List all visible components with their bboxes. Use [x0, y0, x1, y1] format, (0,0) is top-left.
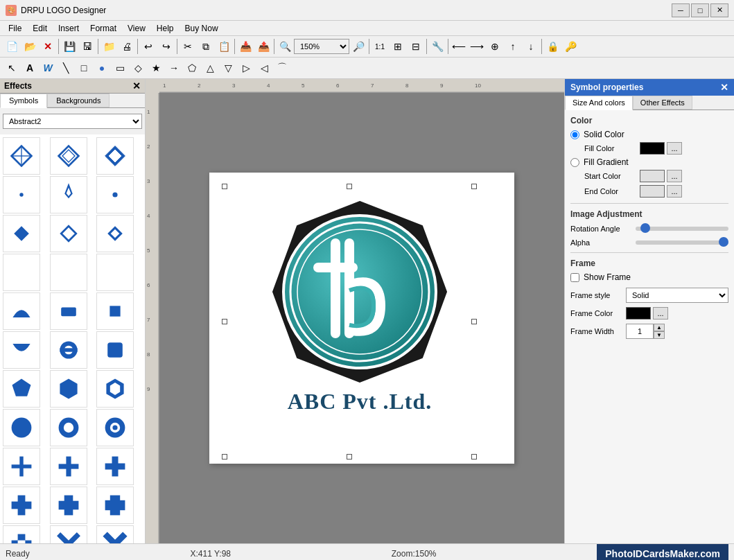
- start-color-button[interactable]: ...: [667, 170, 682, 182]
- triangle-tool[interactable]: △: [202, 60, 218, 76]
- menu-format[interactable]: Format: [85, 22, 122, 35]
- wordart-tool[interactable]: W: [40, 60, 56, 76]
- menu-view[interactable]: View: [122, 22, 151, 35]
- canvas-page[interactable]: ABC Pvt .Ltd.: [209, 173, 514, 464]
- save-as-button[interactable]: 🖫: [79, 38, 96, 55]
- star-tool[interactable]: ★: [148, 60, 164, 76]
- symbol-cell[interactable]: [50, 448, 87, 485]
- down-triangle-tool[interactable]: ▽: [220, 60, 236, 76]
- align-bottom-button[interactable]: ↓: [523, 38, 539, 55]
- symbol-cell[interactable]: [50, 292, 87, 330]
- symbol-cell[interactable]: [3, 487, 40, 524]
- rotation-track[interactable]: [636, 227, 728, 231]
- end-color-swatch[interactable]: [640, 185, 665, 198]
- align-left-button[interactable]: ⟵: [451, 38, 467, 55]
- pentagon-tool[interactable]: ⬠: [184, 60, 200, 76]
- symbols-dropdown[interactable]: Abstract2 Abstract1 Animals: [3, 114, 142, 129]
- symbol-cell[interactable]: [96, 525, 134, 543]
- spinner-down[interactable]: ▼: [654, 331, 665, 339]
- grid-button[interactable]: ⊟: [408, 38, 424, 55]
- symbol-cell[interactable]: [3, 254, 40, 291]
- menu-help[interactable]: Help: [151, 22, 180, 35]
- tab-other-effects[interactable]: Other Effects: [633, 96, 692, 110]
- symbol-cell[interactable]: [50, 215, 87, 252]
- rect-tool[interactable]: □: [76, 60, 92, 76]
- align-right-button[interactable]: ⟶: [469, 38, 485, 55]
- select-tool[interactable]: ↖: [3, 60, 20, 76]
- end-color-button[interactable]: ...: [667, 185, 682, 198]
- handle-bm[interactable]: [347, 454, 352, 460]
- actual-size-button[interactable]: 1:1: [372, 38, 388, 55]
- fit-button[interactable]: ⊞: [390, 38, 406, 55]
- maximize-button[interactable]: □: [691, 3, 709, 17]
- prop-button[interactable]: 🔧: [429, 38, 446, 55]
- frame-width-input[interactable]: [626, 324, 654, 339]
- symbol-cell[interactable]: [3, 370, 40, 408]
- symbol-cell[interactable]: [96, 176, 134, 213]
- paste-button[interactable]: 📋: [216, 38, 232, 55]
- symbol-cell[interactable]: [50, 331, 87, 369]
- solid-color-radio[interactable]: [570, 130, 579, 139]
- left-triangle-tool[interactable]: ◁: [256, 60, 272, 76]
- align-center-button[interactable]: ⊕: [487, 38, 503, 55]
- symbol-cell[interactable]: [50, 525, 87, 543]
- symbol-cell[interactable]: [96, 409, 134, 446]
- symbol-cell[interactable]: [3, 137, 40, 175]
- fill-color-button[interactable]: ...: [667, 142, 682, 155]
- open-button[interactable]: 📂: [21, 38, 38, 55]
- menu-insert[interactable]: Insert: [53, 22, 85, 35]
- alpha-track[interactable]: [636, 240, 728, 245]
- symbol-cell[interactable]: [3, 292, 40, 330]
- rotation-thumb[interactable]: [640, 223, 650, 233]
- symbol-cell[interactable]: [96, 331, 134, 369]
- new-button[interactable]: 📄: [3, 38, 20, 55]
- menu-edit[interactable]: Edit: [27, 22, 53, 35]
- symbol-cell[interactable]: [50, 176, 87, 213]
- tab-backgrounds[interactable]: Backgrounds: [47, 94, 110, 107]
- print-button[interactable]: 🖨: [119, 38, 135, 55]
- show-frame-checkbox[interactable]: [570, 273, 579, 282]
- start-color-swatch[interactable]: [640, 170, 665, 182]
- import-button[interactable]: 📥: [237, 38, 254, 55]
- symbols-grid-scroll[interactable]: [0, 134, 145, 543]
- symbol-cell[interactable]: [96, 254, 134, 291]
- export-button[interactable]: 📤: [255, 38, 272, 55]
- symbol-cell[interactable]: [50, 409, 87, 446]
- symbol-cell[interactable]: [3, 448, 40, 485]
- panel-close-button[interactable]: ✕: [132, 80, 141, 91]
- zoom-in-button[interactable]: 🔍: [277, 38, 293, 55]
- tab-size-colors[interactable]: Size And colors: [565, 96, 633, 110]
- tab-symbols[interactable]: Symbols: [0, 94, 47, 108]
- spinner-up[interactable]: ▲: [654, 324, 665, 331]
- symbol-cell[interactable]: [50, 137, 87, 175]
- copy-button[interactable]: ⧉: [198, 38, 214, 55]
- symbol-cell[interactable]: [96, 137, 134, 175]
- symbol-cell[interactable]: [3, 215, 40, 252]
- right-panel-close[interactable]: ✕: [720, 82, 728, 93]
- fill-color-swatch[interactable]: [640, 142, 665, 155]
- zoom-out-button[interactable]: 🔎: [350, 38, 367, 55]
- canvas-area[interactable]: 1 2 3 4 5 6 7 8 9 10 1 2 3 4 5 6 7: [146, 79, 564, 543]
- menu-file[interactable]: File: [3, 22, 27, 35]
- symbol-cell[interactable]: [3, 176, 40, 213]
- zoom-combo[interactable]: 150% 100% 75% 200%: [294, 39, 349, 54]
- arrow-tool[interactable]: →: [166, 60, 182, 76]
- redo-button[interactable]: ↪: [158, 38, 175, 55]
- close-file-button[interactable]: ✕: [40, 38, 56, 55]
- text-tool[interactable]: A: [21, 60, 38, 76]
- unlock-button[interactable]: 🔑: [562, 38, 579, 55]
- save-button[interactable]: 💾: [61, 38, 78, 55]
- symbol-cell[interactable]: [96, 215, 134, 252]
- symbol-cell[interactable]: [96, 370, 134, 408]
- arc-tool[interactable]: ⌒: [274, 60, 290, 76]
- menu-buynow[interactable]: Buy Now: [180, 22, 224, 35]
- symbol-cell[interactable]: [3, 331, 40, 369]
- frame-style-select[interactable]: Solid Dashed Dotted: [626, 288, 728, 303]
- symbol-cell[interactable]: [96, 448, 134, 485]
- symbol-cell[interactable]: [50, 254, 87, 291]
- symbol-cell[interactable]: [50, 487, 87, 524]
- undo-button[interactable]: ↩: [140, 38, 157, 55]
- symbol-cell[interactable]: [96, 292, 134, 330]
- cut-button[interactable]: ✂: [180, 38, 196, 55]
- lock-button[interactable]: 🔒: [544, 38, 561, 55]
